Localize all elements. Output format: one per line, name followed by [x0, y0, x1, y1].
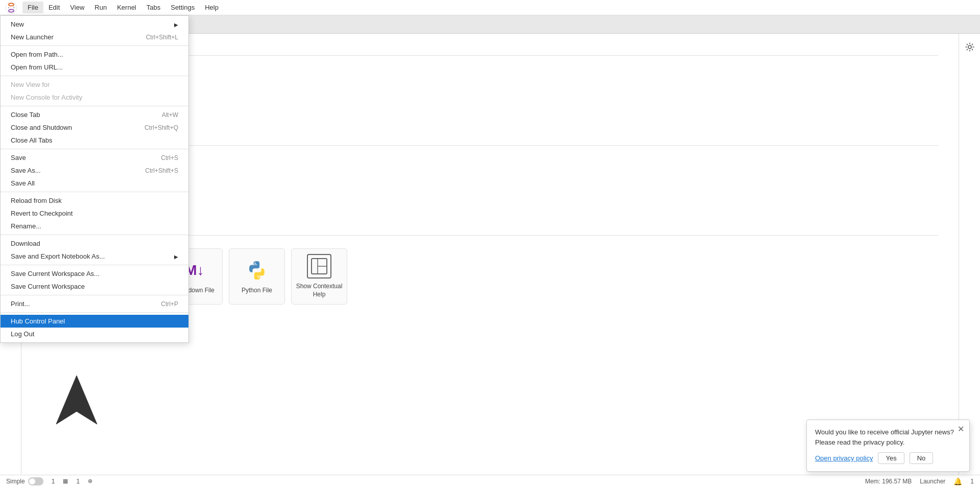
menu-download[interactable]: Download	[1, 237, 188, 250]
line-col: 1	[76, 478, 80, 485]
svg-point-3	[8, 7, 9, 8]
export-submenu-arrow	[174, 252, 178, 260]
jupyter-logo	[4, 1, 18, 15]
notification-close-button[interactable]: ✕	[958, 424, 964, 434]
menu-save[interactable]: Save Ctrl+S	[1, 151, 188, 164]
menu-file[interactable]: File	[22, 2, 43, 13]
toggle-thumb	[29, 478, 35, 484]
notification-actions: Open privacy policy Yes No	[815, 452, 961, 464]
menu-open-url[interactable]: Open from URL...	[1, 61, 188, 74]
menu-print[interactable]: Print... Ctrl+P	[1, 297, 188, 310]
menu-close-all[interactable]: Close All Tabs	[1, 134, 188, 147]
bell-count: 1	[970, 478, 974, 485]
menu-run[interactable]: Run	[89, 2, 112, 13]
notification-popup: ✕ Would you like to receive official Jup…	[806, 420, 970, 472]
menu-tabs[interactable]: Tabs	[141, 2, 165, 13]
menu-rename[interactable]: Rename...	[1, 220, 188, 233]
python-file-label: Python File	[242, 287, 272, 295]
notification-yes-button[interactable]: Yes	[878, 452, 904, 464]
menu-new-console: New Console for Activity	[1, 91, 188, 104]
arrow-annotation	[46, 373, 107, 436]
statusbar-right: Mem: 196.57 MB Launcher 🔔 1	[865, 477, 974, 485]
contextual-help-label: Show Contextual Help	[292, 283, 347, 298]
statusbar: Simple 1 ▦ 1 ⊕ Mem: 196.57 MB Launcher 🔔…	[0, 475, 980, 487]
menu-save-as[interactable]: Save As... Ctrl+Shift+S	[1, 164, 188, 177]
menu-new-launcher[interactable]: New Launcher Ctrl+Shift+L	[1, 31, 188, 43]
menu-new-view: New View for	[1, 78, 188, 91]
menubar: File Edit View Run Kernel Tabs Settings …	[0, 0, 980, 15]
menu-save-all[interactable]: Save All	[1, 177, 188, 190]
bell-icon[interactable]: 🔔	[953, 477, 962, 485]
svg-point-4	[13, 7, 14, 8]
menu-settings[interactable]: Settings	[165, 2, 200, 13]
menu-export[interactable]: Save and Export Notebook As...	[1, 250, 188, 263]
svg-marker-26	[56, 376, 97, 424]
menu-logout[interactable]: Log Out	[1, 328, 188, 340]
menu-edit[interactable]: Edit	[43, 2, 65, 13]
menu-open-path[interactable]: Open from Path...	[1, 48, 188, 61]
right-sidebar	[959, 34, 980, 487]
menu-save-workspace-as[interactable]: Save Current Workspace As...	[1, 267, 188, 280]
svg-point-25	[968, 45, 971, 49]
menu-save-workspace[interactable]: Save Current Workspace	[1, 280, 188, 293]
memory-usage: Mem: 196.57 MB	[865, 478, 912, 485]
python-file-icon	[245, 258, 269, 283]
menu-kernel[interactable]: Kernel	[112, 2, 141, 13]
contextual-help-icon	[307, 254, 331, 279]
launcher-status-label: Launcher	[920, 478, 945, 485]
menu-new[interactable]: New	[1, 18, 188, 31]
menu-reload[interactable]: Reload from Disk	[1, 194, 188, 207]
settings-gear-icon[interactable]	[961, 38, 979, 56]
cell-count: 1	[52, 478, 55, 485]
menu-view[interactable]: View	[65, 2, 89, 13]
simple-mode-label: Simple	[6, 478, 25, 485]
file-dropdown: New New Launcher Ctrl+Shift+L Open from …	[0, 15, 189, 343]
simple-mode-toggle[interactable]: Simple	[6, 477, 43, 485]
contextual-help-card[interactable]: Show Contextual Help	[291, 248, 347, 305]
line-col-icon: ⊕	[88, 478, 92, 484]
notification-text: Would you like to receive official Jupyt…	[815, 427, 961, 447]
python-file-card[interactable]: Python File	[229, 248, 285, 305]
menu-close-shutdown[interactable]: Close and Shutdown Ctrl+Shift+Q	[1, 121, 188, 134]
menu-revert[interactable]: Revert to Checkpoint	[1, 207, 188, 220]
cell-count-icon: ▦	[63, 478, 68, 484]
menu-help[interactable]: Help	[200, 2, 224, 13]
open-privacy-policy-link[interactable]: Open privacy policy	[815, 454, 873, 462]
menu-hub-control[interactable]: Hub Control Panel	[1, 315, 188, 328]
menu-close-tab[interactable]: Close Tab Alt+W	[1, 108, 188, 121]
toggle-track[interactable]	[28, 477, 43, 485]
submenu-arrow	[174, 20, 178, 28]
notification-no-button[interactable]: No	[910, 452, 934, 464]
